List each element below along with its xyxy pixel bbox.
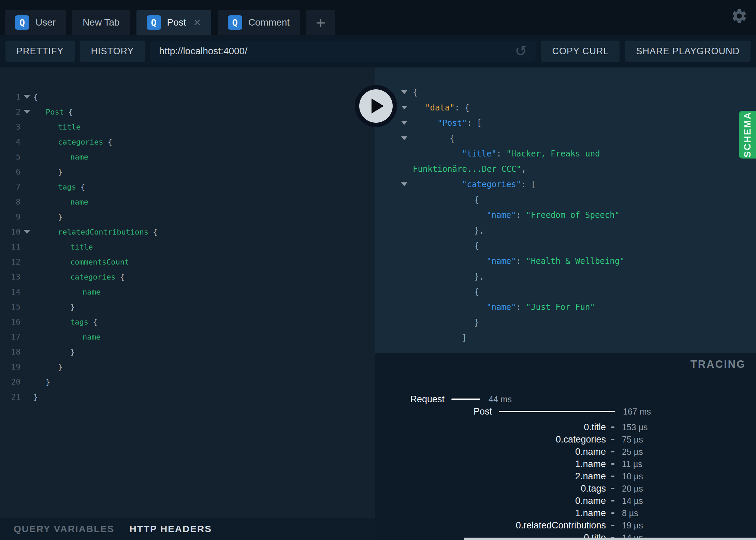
fold-arrow-icon[interactable] bbox=[401, 182, 407, 186]
code-token: title bbox=[70, 243, 93, 251]
response-line: "categories": [ bbox=[375, 177, 756, 192]
schema-tab[interactable]: SCHEMA bbox=[739, 111, 756, 159]
code-token: name bbox=[70, 198, 88, 206]
code-line: name bbox=[83, 288, 101, 296]
endpoint-url-input[interactable]: http://localhost:4000/ ↺ bbox=[150, 41, 536, 62]
code-token: "name" bbox=[486, 256, 516, 266]
query-variables-tab[interactable]: QUERY VARIABLES bbox=[14, 524, 115, 535]
tab-label: Post bbox=[167, 17, 186, 28]
code-token: : { bbox=[455, 103, 469, 112]
code-token: }, bbox=[474, 272, 484, 281]
code-token: categories bbox=[58, 138, 103, 146]
execute-query-button[interactable] bbox=[355, 85, 397, 127]
response-line: { bbox=[375, 192, 756, 207]
copy-curl-button[interactable]: COPY CURL bbox=[541, 41, 620, 62]
toolbar: PRETTIFY HISTORY http://localhost:4000/ … bbox=[0, 35, 756, 68]
json-line: "Post": [ bbox=[437, 118, 482, 128]
response-line: "data": { bbox=[375, 100, 756, 115]
json-line: { bbox=[450, 134, 454, 143]
editor-footer: QUERY VARIABLES HTTP HEADERS bbox=[0, 518, 375, 540]
editor-line: 21} bbox=[0, 389, 375, 404]
fold-arrow-icon[interactable] bbox=[401, 136, 407, 140]
fold-arrow-icon[interactable] bbox=[24, 95, 30, 99]
query-badge: Q bbox=[228, 15, 242, 30]
code-token: { bbox=[88, 318, 98, 326]
horizontal-scrollbar[interactable] bbox=[464, 538, 756, 540]
trace-row: 0.relatedContributions19 µs bbox=[375, 519, 756, 531]
code-token: "Health & Wellbeing" bbox=[526, 256, 625, 266]
trace-duration-bar bbox=[451, 399, 480, 400]
line-number: 13 bbox=[0, 272, 20, 281]
fold-arrow-icon[interactable] bbox=[24, 230, 30, 234]
response-line: ] bbox=[375, 330, 756, 345]
code-line: } bbox=[33, 393, 38, 401]
main-area: 1{2Post {3title4categories {5name6}7tags… bbox=[0, 68, 756, 540]
line-number: 1 bbox=[0, 92, 20, 101]
response-line: Funktionäre...Der CCC", bbox=[375, 161, 756, 177]
fold-arrow-icon[interactable] bbox=[401, 121, 407, 125]
line-number: 7 bbox=[0, 182, 20, 191]
fold-arrow-icon[interactable] bbox=[401, 90, 407, 94]
fold-gutter bbox=[20, 110, 33, 114]
graphql-playground: QUserNew TabQPost×QComment + PRETTIFY HI… bbox=[0, 0, 756, 540]
editor-line: 17name bbox=[0, 329, 375, 344]
trace-duration: 153 µs bbox=[622, 422, 648, 432]
prettify-button[interactable]: PRETTIFY bbox=[5, 41, 75, 62]
code-token: { bbox=[474, 287, 479, 297]
endpoint-url-value[interactable]: http://localhost:4000/ bbox=[159, 46, 515, 57]
code-line: } bbox=[58, 363, 62, 371]
response-line: "title": "Hacker, Freaks und bbox=[375, 146, 756, 161]
code-token: "name" bbox=[486, 210, 516, 220]
fold-arrow-icon[interactable] bbox=[401, 106, 407, 109]
tab-new-tab[interactable]: New Tab bbox=[72, 10, 130, 35]
execute-button-circle bbox=[359, 89, 393, 123]
code-token: title bbox=[58, 123, 81, 131]
line-number: 3 bbox=[0, 122, 20, 131]
history-button[interactable]: HISTORY bbox=[80, 41, 145, 62]
code-token: tags bbox=[70, 318, 88, 326]
code-token: "Just For Fun" bbox=[526, 302, 595, 312]
code-token: name bbox=[83, 333, 101, 341]
response-line: "name": "Just For Fun" bbox=[375, 299, 756, 315]
code-token: : bbox=[516, 256, 526, 266]
line-number: 16 bbox=[0, 317, 20, 326]
code-token: { bbox=[474, 195, 479, 205]
code-line: commentsCount bbox=[70, 258, 129, 266]
code-token: "Post" bbox=[437, 118, 467, 128]
reload-schema-icon[interactable]: ↺ bbox=[515, 44, 527, 58]
trace-label: Request bbox=[375, 394, 445, 405]
tab-post[interactable]: QPost× bbox=[136, 10, 211, 35]
trace-dash bbox=[611, 512, 614, 514]
code-token: "title" bbox=[462, 149, 496, 159]
code-line: tags { bbox=[58, 183, 85, 191]
trace-duration-bar bbox=[499, 411, 615, 412]
trace-row: 1.name8 µs bbox=[375, 507, 756, 519]
trace-duration: 11 µs bbox=[622, 459, 642, 469]
response-line: } bbox=[375, 315, 756, 330]
http-headers-tab[interactable]: HTTP HEADERS bbox=[130, 524, 212, 535]
trace-label: 1.name bbox=[375, 459, 606, 469]
json-line: ] bbox=[462, 333, 467, 343]
trace-rows: Request44 msPost167 ms0.title153 µs0.cat… bbox=[375, 393, 756, 540]
tab-user[interactable]: QUser bbox=[5, 10, 66, 35]
code-token: } bbox=[58, 168, 62, 176]
code-token: { bbox=[64, 108, 73, 116]
code-token: : [ bbox=[521, 180, 536, 189]
json-line: "title": "Hacker, Freaks und bbox=[462, 149, 600, 159]
code-token: relatedContributions bbox=[58, 228, 148, 236]
settings-gear-icon[interactable] bbox=[731, 7, 748, 25]
share-playground-button[interactable]: SHARE PLAYGROUND bbox=[625, 41, 751, 62]
code-line: title bbox=[70, 243, 93, 251]
query-editor[interactable]: 1{2Post {3title4categories {5name6}7tags… bbox=[0, 68, 375, 518]
tab-comment[interactable]: QComment bbox=[218, 10, 300, 35]
close-tab-icon[interactable]: × bbox=[194, 16, 201, 29]
code-line: Post { bbox=[46, 108, 73, 116]
editor-line: 11title bbox=[0, 239, 375, 254]
line-number: 21 bbox=[0, 392, 20, 401]
fold-arrow-icon[interactable] bbox=[24, 110, 30, 114]
code-token: "Freedom of Speech" bbox=[526, 210, 620, 220]
json-line: { bbox=[413, 88, 418, 97]
code-token: "categories" bbox=[462, 180, 521, 189]
code-token: { bbox=[474, 241, 479, 251]
add-tab-button[interactable]: + bbox=[306, 10, 335, 35]
